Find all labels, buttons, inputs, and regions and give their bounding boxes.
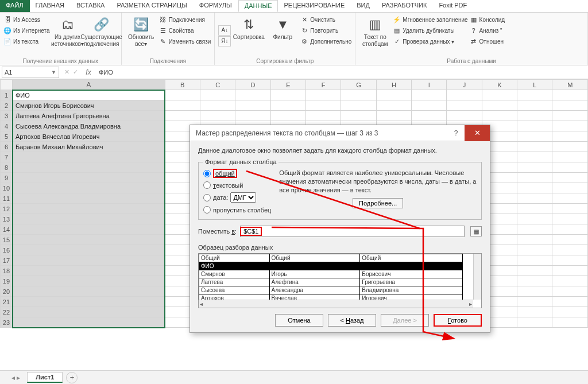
- cell-L23[interactable]: [517, 317, 552, 328]
- cell-M14[interactable]: [552, 224, 588, 235]
- cell-L14[interactable]: [517, 224, 552, 235]
- btn-flash-fill[interactable]: ⚡Мгновенное заполнение: [393, 14, 467, 25]
- cancel-button[interactable]: Отмена: [275, 314, 323, 327]
- col-header-J[interactable]: J: [447, 80, 482, 90]
- tab-разметка страницы[interactable]: РАЗМЕТКА СТРАНИЦЫ: [111, 0, 193, 12]
- formula-input[interactable]: ФИО: [95, 69, 588, 76]
- cell-A13[interactable]: [13, 214, 165, 224]
- range-picker-icon[interactable]: ▦: [470, 226, 482, 236]
- cell-G3[interactable]: [341, 111, 376, 121]
- cell-D1[interactable]: [235, 90, 270, 100]
- radio-date-input[interactable]: [203, 194, 211, 201]
- cell-A23[interactable]: [13, 317, 165, 328]
- cell-A8[interactable]: [13, 162, 165, 173]
- btn-filter[interactable]: ▼Фильтр: [266, 14, 299, 57]
- cell-G1[interactable]: [341, 90, 376, 100]
- cell-M10[interactable]: [552, 183, 588, 193]
- tab-file[interactable]: ФАЙЛ: [0, 0, 30, 12]
- col-header-C[interactable]: C: [200, 80, 235, 90]
- cell-A22[interactable]: [13, 307, 165, 317]
- cell-M11[interactable]: [552, 193, 588, 204]
- cell-L16[interactable]: [517, 245, 552, 255]
- cell-L7[interactable]: [517, 152, 552, 162]
- row-header-9[interactable]: 9: [1, 173, 13, 183]
- cell-I3[interactable]: [412, 111, 447, 121]
- row-header-6[interactable]: 6: [1, 142, 13, 152]
- col-header-M[interactable]: M: [552, 80, 588, 90]
- cell-H3[interactable]: [376, 111, 411, 121]
- btn-from-web[interactable]: 🌐Из Интернета: [3, 25, 50, 36]
- cell-L8[interactable]: [517, 162, 552, 173]
- cell-A21[interactable]: [13, 297, 165, 307]
- cell-H1[interactable]: [376, 90, 411, 100]
- date-format-select[interactable]: ДМГ: [230, 192, 256, 203]
- help-button[interactable]: ?: [447, 125, 465, 141]
- dropdown-icon[interactable]: ▼: [51, 69, 56, 75]
- cell-E1[interactable]: [270, 90, 305, 100]
- col-header-E[interactable]: E: [270, 80, 305, 90]
- cell-M7[interactable]: [552, 152, 588, 162]
- cell-K3[interactable]: [482, 111, 517, 121]
- col-header-G[interactable]: G: [341, 80, 376, 90]
- cell-M5[interactable]: [552, 131, 588, 142]
- cell-E2[interactable]: [270, 100, 305, 111]
- col-header-L[interactable]: L: [517, 80, 552, 90]
- tab-разработчик[interactable]: РАЗРАБОТЧИК: [376, 0, 433, 12]
- cell-M23[interactable]: [552, 317, 588, 328]
- col-header-F[interactable]: F: [305, 80, 341, 90]
- btn-edit-links[interactable]: ✎Изменить связи: [159, 36, 211, 46]
- sheet-tab[interactable]: Лист1: [27, 372, 63, 383]
- cell-A10[interactable]: [13, 183, 165, 193]
- cell-G2[interactable]: [341, 100, 376, 111]
- btn-text-to-columns[interactable]: ▥Текст по столбцам: [359, 14, 391, 57]
- cell-A16[interactable]: [13, 245, 165, 255]
- radio-skip[interactable]: пропустить столбец: [203, 206, 271, 214]
- cell-A11[interactable]: [13, 193, 165, 204]
- tab-формулы[interactable]: ФОРМУЛЫ: [194, 0, 238, 12]
- btn-existing-conn[interactable]: 🔗Существующие подключения: [86, 14, 118, 57]
- cell-C2[interactable]: [200, 100, 235, 111]
- radio-skip-input[interactable]: [203, 206, 211, 214]
- row-header-7[interactable]: 7: [1, 152, 13, 162]
- select-all[interactable]: [1, 80, 13, 90]
- btn-other-sources[interactable]: 🗂Из других источников▾: [52, 14, 84, 57]
- cell-E3[interactable]: [270, 111, 305, 121]
- cell-F3[interactable]: [305, 111, 341, 121]
- btn-refresh-all[interactable]: 🔄Обновить все▾: [125, 14, 157, 57]
- row-header-11[interactable]: 11: [1, 193, 13, 204]
- cell-L3[interactable]: [517, 111, 552, 121]
- col-header-A[interactable]: A: [13, 80, 165, 90]
- cell-M8[interactable]: [552, 162, 588, 173]
- cell-F2[interactable]: [305, 100, 341, 111]
- cell-J3[interactable]: [447, 111, 482, 121]
- btn-from-access[interactable]: 🗄Из Access: [3, 14, 50, 25]
- cell-D3[interactable]: [235, 111, 270, 121]
- cell-M9[interactable]: [552, 173, 588, 183]
- row-header-13[interactable]: 13: [1, 214, 13, 224]
- cell-C3[interactable]: [200, 111, 235, 121]
- close-button[interactable]: ✕: [465, 125, 490, 141]
- sheet-nav[interactable]: ◂ ▸: [11, 374, 20, 382]
- cancel-icon[interactable]: ✕: [64, 68, 69, 76]
- cell-C1[interactable]: [200, 90, 235, 100]
- cell-B1[interactable]: [165, 90, 200, 100]
- cell-M16[interactable]: [552, 245, 588, 255]
- cell-A18[interactable]: [13, 266, 165, 276]
- cell-L18[interactable]: [517, 266, 552, 276]
- radio-date[interactable]: дата: ДМГ: [203, 192, 271, 203]
- cell-M15[interactable]: [552, 235, 588, 245]
- row-header-2[interactable]: 2: [1, 100, 13, 111]
- cell-F1[interactable]: [305, 90, 341, 100]
- cell-L17[interactable]: [517, 255, 552, 266]
- row-header-15[interactable]: 15: [1, 235, 13, 245]
- preview-hscroll[interactable]: ◂▸: [199, 300, 473, 308]
- destination-input[interactable]: $C$1: [240, 226, 465, 237]
- cell-A14[interactable]: [13, 224, 165, 235]
- cell-M6[interactable]: [552, 142, 588, 152]
- cell-L20[interactable]: [517, 286, 552, 297]
- cell-L21[interactable]: [517, 297, 552, 307]
- cell-L13[interactable]: [517, 214, 552, 224]
- cell-L6[interactable]: [517, 142, 552, 152]
- cell-M19[interactable]: [552, 276, 588, 286]
- cell-L22[interactable]: [517, 307, 552, 317]
